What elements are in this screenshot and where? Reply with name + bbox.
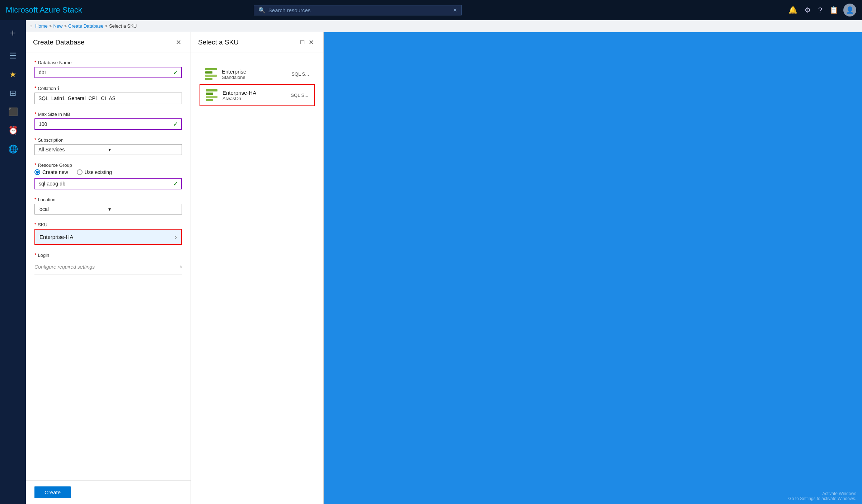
database-name-input-row: ✓ (34, 67, 182, 78)
resource-group-field: * Resource Group Create new Use existing (34, 162, 182, 189)
breadcrumb-home[interactable]: Home (35, 23, 48, 29)
required-star: * (34, 60, 36, 65)
star-icon: ★ (9, 70, 17, 79)
sku-enterprise-icon (205, 68, 217, 80)
login-selector[interactable]: Configure required settings › (34, 259, 182, 274)
required-star-7: * (34, 222, 36, 227)
sku-enterprise-ha-icon (206, 89, 217, 101)
cube-icon: ⬛ (8, 107, 18, 117)
subscription-field: * Subscription All Services ▾ (34, 137, 182, 155)
sku-enterprise-ha-name: Enterprise-HA (222, 90, 286, 96)
database-name-input[interactable] (35, 67, 170, 77)
login-field-group: * Login Configure required settings › (34, 252, 182, 274)
search-bar[interactable]: 🔍 ✕ (254, 5, 462, 15)
sku-panel-body: Enterprise Standalone SQL S... (191, 52, 323, 504)
max-size-input[interactable] (35, 119, 170, 129)
subscription-label: * Subscription (34, 137, 182, 143)
sku-icon-bar-3 (205, 75, 217, 77)
sidebar-item-recent[interactable]: ⏰ (3, 122, 23, 139)
create-panel-body: * Database Name ✓ * Collation (26, 52, 191, 480)
search-input[interactable] (268, 7, 450, 13)
sku-ha-icon-bar-4 (206, 99, 213, 101)
location-value: local (38, 206, 108, 212)
login-labels: Configure required settings (34, 264, 180, 270)
resource-group-radio-group: Create new Use existing (34, 169, 182, 175)
feedback-icon[interactable]: 📋 (827, 4, 840, 17)
sidebar-item-all-resources[interactable]: ⬛ (3, 103, 23, 121)
content-area: » Home > New > Create Database > Select … (26, 20, 862, 504)
subscription-dropdown[interactable]: All Services ▾ (34, 144, 182, 155)
sku-panel-close-button[interactable]: ✕ (306, 37, 316, 48)
sku-panel-title: Select a SKU (198, 38, 298, 46)
required-star-5: * (34, 162, 36, 168)
required-star-2: * (34, 85, 36, 91)
login-chevron-icon: › (180, 263, 182, 270)
breadcrumb: » Home > New > Create Database > Select … (26, 20, 862, 32)
main-layout: + ☰ ★ ⊞ ⬛ ⏰ 🌐 » Home > New > Create Data… (0, 20, 862, 504)
topbar-icons: 🔔 ⚙ ? 📋 👤 (786, 4, 856, 17)
breadcrumb-select-sku: Select a SKU (109, 23, 137, 29)
sku-chevron-icon: › (175, 233, 177, 241)
create-panel-title: Create Database (33, 38, 174, 46)
collation-info-icon[interactable]: ℹ (57, 85, 59, 91)
settings-icon[interactable]: ⚙ (802, 4, 813, 17)
collation-field: * Collation ℹ (34, 85, 182, 104)
resource-group-label: * Resource Group (34, 162, 182, 168)
sku-enterprise-ha-info: Enterprise-HA AlwasOn (222, 90, 286, 101)
search-icon: 🔍 (258, 7, 266, 14)
sku-selector[interactable]: Enterprise-HA › (34, 229, 182, 245)
database-name-label: * Database Name (34, 60, 182, 65)
use-existing-radio-circle (77, 169, 83, 175)
sku-enterprise-sub: Standalone (222, 75, 286, 80)
menu-icon: ☰ (9, 51, 17, 61)
sidebar-item-dashboard[interactable]: ⊞ (3, 85, 23, 102)
right-background: Activate Windows Go to Settings to activ… (324, 32, 862, 504)
collation-label: * Collation ℹ (34, 85, 182, 91)
sidebar-item-globe[interactable]: 🌐 (3, 141, 23, 158)
app-title: Microsoft Azure Stack (6, 5, 82, 15)
sku-panel-minimize-button[interactable]: □ (298, 37, 306, 47)
sku-enterprise-ha-item[interactable]: Enterprise-HA AlwasOn SQL S... (200, 84, 315, 106)
select-sku-panel: Select a SKU □ ✕ (191, 32, 324, 504)
sku-icon-bar-2 (205, 71, 212, 74)
sku-ha-icon-bar-3 (206, 96, 217, 98)
sku-field-group: * SKU Enterprise-HA › (34, 222, 182, 245)
sku-label: * SKU (34, 222, 182, 227)
sku-enterprise-ha-type: SQL S... (291, 93, 308, 98)
subscription-dropdown-arrow: ▾ (108, 147, 178, 152)
resource-group-input-row: ✓ (34, 178, 182, 189)
database-name-field: * Database Name ✓ (34, 60, 182, 78)
database-name-check-icon: ✓ (170, 69, 181, 76)
sku-enterprise-info: Enterprise Standalone (222, 69, 286, 80)
create-new-radio[interactable]: Create new (34, 169, 68, 175)
sku-enterprise-item[interactable]: Enterprise Standalone SQL S... (200, 64, 315, 84)
create-button[interactable]: Create (34, 486, 71, 498)
subscription-value: All Services (38, 147, 108, 152)
sidebar-add-button[interactable]: + (3, 23, 23, 43)
create-new-radio-circle (34, 169, 40, 175)
sidebar-item-menu[interactable]: ☰ (3, 47, 23, 65)
help-icon[interactable]: ? (816, 4, 824, 17)
use-existing-radio[interactable]: Use existing (77, 169, 112, 175)
search-close-icon[interactable]: ✕ (453, 7, 457, 13)
clock-icon: ⏰ (8, 126, 18, 135)
max-size-label: * Max Size in MB (34, 111, 182, 117)
location-dropdown[interactable]: local ▾ (34, 204, 182, 215)
resource-group-input[interactable] (35, 179, 170, 189)
avatar[interactable]: 👤 (843, 4, 856, 17)
breadcrumb-new[interactable]: New (53, 23, 62, 29)
collation-input[interactable] (34, 93, 182, 104)
create-panel-close-button[interactable]: ✕ (174, 37, 183, 48)
sku-icon-bar-4 (205, 78, 212, 80)
topbar: Microsoft Azure Stack 🔍 ✕ 🔔 ⚙ ? 📋 👤 (0, 0, 862, 20)
sku-field-labels: Enterprise-HA (39, 234, 175, 240)
required-star-8: * (34, 252, 36, 258)
required-star-6: * (34, 197, 36, 202)
breadcrumb-create-database[interactable]: Create Database (68, 23, 103, 29)
sku-icon-bar-1 (205, 68, 217, 70)
location-field: * Location local ▾ (34, 197, 182, 215)
sku-enterprise-name: Enterprise (222, 69, 286, 75)
sku-ha-icon-bar-1 (206, 89, 217, 91)
sidebar-item-favorites[interactable]: ★ (3, 66, 23, 83)
notifications-icon[interactable]: 🔔 (786, 4, 800, 17)
